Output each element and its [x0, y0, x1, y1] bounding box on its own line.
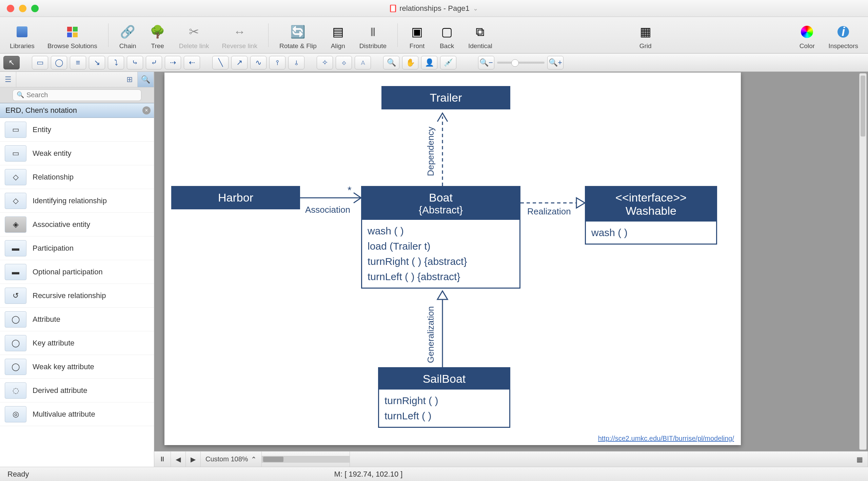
back-button[interactable]: ▢Back [434, 17, 460, 53]
tree-view-button[interactable]: ☰ [0, 72, 16, 87]
connector-tool-2[interactable]: ⤵ [108, 56, 124, 69]
library-item-label: Relationship [33, 173, 74, 182]
library-group-header[interactable]: ERD, Chen's notation × [0, 103, 154, 118]
svg-marker-3 [576, 198, 585, 208]
close-group-icon[interactable]: × [142, 106, 151, 114]
presentation-button[interactable]: ▦ [852, 452, 868, 467]
library-item[interactable]: ◈Associative entity [0, 213, 154, 236]
page-pause-button[interactable]: ⏸ [154, 452, 171, 467]
edit-tool-3[interactable]: ⟑ [355, 56, 371, 69]
uml-class-sailboat[interactable]: SailBoat turnRight ( )turnLeft ( ) [378, 367, 510, 428]
line-tool-1[interactable]: ╲ [212, 56, 229, 69]
zoom-in-button[interactable]: 🔍+ [547, 56, 564, 69]
library-item[interactable]: ▬Participation [0, 236, 154, 260]
page-prev-button[interactable]: ◀ [171, 452, 186, 467]
source-link[interactable]: http://sce2.umkc.edu/BIT/burrise/pl/mode… [598, 435, 734, 442]
connector-tool-3[interactable]: ⤷ [127, 56, 143, 69]
library-item[interactable]: ◎Multivalue attribute [0, 402, 154, 426]
label-association: Association [305, 205, 350, 215]
chain-button[interactable]: 🔗Chain [115, 17, 141, 53]
search-input[interactable] [13, 89, 141, 101]
line-tool-2[interactable]: ↗ [231, 56, 248, 69]
diagram-page[interactable]: Trailer Harbor Boat {Abstract} wash ( )l… [164, 72, 741, 445]
library-sidebar: ☰ ⊞ 🔍 ERD, Chen's notation × ▭Entity▭Wea… [0, 72, 154, 467]
library-item[interactable]: ▭Weak entity [0, 142, 154, 165]
library-item[interactable]: ◯Key attribute [0, 331, 154, 355]
eyedropper-tool[interactable]: 💉 [440, 56, 456, 69]
library-item-label: Weak entity [33, 149, 72, 158]
library-item[interactable]: ◇Relationship [0, 165, 154, 189]
library-item[interactable]: ◇Identifying relationship [0, 189, 154, 213]
zoom-out-button[interactable]: 🔍− [478, 56, 494, 69]
pan-tool[interactable]: ✋ [402, 56, 418, 69]
window-title[interactable]: relationships - Page1 ⌄ [390, 4, 478, 13]
library-thumb-icon: ◌ [5, 382, 26, 399]
uml-class-trailer[interactable]: Trailer [381, 86, 510, 109]
washable-operations: wash ( ) [586, 222, 716, 244]
minimize-window-button[interactable] [19, 5, 26, 12]
distribute-button[interactable]: ⫴Distribute [355, 17, 391, 53]
ellipse-tool[interactable]: ◯ [51, 56, 67, 69]
library-item-label: Key attribute [33, 339, 75, 348]
grid-view-button[interactable]: ⊞ [121, 72, 138, 87]
search-view-button[interactable]: 🔍 [138, 72, 154, 87]
connector-tool-6[interactable]: ⇠ [184, 56, 200, 69]
tree-button[interactable]: 🌳Tree [144, 17, 171, 53]
connector-tool-1[interactable]: ↘ [89, 56, 105, 69]
inspectors-button[interactable]: iInspectors [824, 17, 863, 53]
library-thumb-icon: ▭ [5, 122, 26, 138]
zoom-level[interactable]: Custom 108% ⌃ [201, 452, 262, 467]
rotate-flip-button[interactable]: 🔄Rotate & Flip [275, 17, 321, 53]
library-item[interactable]: ↺Recursive relationship [0, 284, 154, 308]
close-window-button[interactable] [7, 5, 14, 12]
libraries-button[interactable]: Libraries [5, 17, 39, 53]
text-tool[interactable]: ≡ [70, 56, 86, 69]
color-button[interactable]: Color [794, 17, 820, 53]
boat-title: Boat [369, 191, 513, 204]
label-generalization: Generalization [426, 306, 436, 363]
stamp-tool[interactable]: 👤 [421, 56, 437, 69]
library-thumb-icon: ◯ [5, 359, 26, 375]
connector-tool-5[interactable]: ⇢ [165, 56, 181, 69]
library-item[interactable]: ◯Weak key attribute [0, 355, 154, 379]
reverse-link-button[interactable]: ↔Reverse link [217, 17, 262, 53]
line-tool-3[interactable]: ∿ [250, 56, 267, 69]
library-item[interactable]: ◌Derived attribute [0, 379, 154, 402]
edit-tool-2[interactable]: ⟐ [336, 56, 352, 69]
svg-marker-5 [437, 291, 448, 299]
connector-tool-4[interactable]: ⤶ [146, 56, 162, 69]
delete-link-button[interactable]: ✂Delete link [174, 17, 214, 53]
label-realization: Realization [527, 206, 571, 217]
edit-tool-1[interactable]: ✧ [317, 56, 333, 69]
library-item[interactable]: ▭Entity [0, 118, 154, 142]
page-next-button[interactable]: ▶ [186, 452, 201, 467]
browse-solutions-button[interactable]: Browse Solutions [43, 17, 102, 53]
zoom-window-button[interactable] [31, 5, 39, 12]
library-item[interactable]: ▬Optional participation [0, 260, 154, 284]
library-item-label: Attribute [33, 315, 60, 324]
identical-button[interactable]: ⧉Identical [463, 17, 497, 53]
main-toolbar: Libraries Browse Solutions 🔗Chain 🌳Tree … [0, 17, 868, 54]
vertical-scrollbar[interactable] [859, 73, 867, 450]
pointer-tool[interactable]: ↖ [3, 56, 20, 69]
document-icon [390, 5, 396, 12]
library-thumb-icon: ◯ [5, 335, 26, 351]
front-button[interactable]: ▣Front [404, 17, 430, 53]
chevron-down-icon: ⌄ [473, 5, 478, 12]
sidebar-top-controls: ☰ ⊞ 🔍 [0, 72, 154, 87]
canvas-scroll[interactable]: Trailer Harbor Boat {Abstract} wash ( )l… [154, 72, 868, 451]
rect-tool[interactable]: ▭ [32, 56, 48, 69]
grid-button[interactable]: ▦Grid [632, 17, 659, 53]
library-search [0, 87, 154, 103]
uml-interface-washable[interactable]: <<interface>> Washable wash ( ) [585, 186, 717, 245]
label-dependency: Dependency [426, 127, 436, 176]
hscroll-area[interactable] [262, 452, 350, 467]
uml-class-boat[interactable]: Boat {Abstract} wash ( )load (Trailer t)… [361, 186, 520, 289]
line-tool-4[interactable]: ⫯ [269, 56, 285, 69]
line-tool-5[interactable]: ⫰ [288, 56, 304, 69]
align-button[interactable]: ▤Align [325, 17, 351, 53]
zoom-slider[interactable] [497, 62, 545, 64]
library-item[interactable]: ◯Attribute [0, 308, 154, 331]
uml-class-harbor[interactable]: Harbor [171, 186, 300, 209]
zoom-tool[interactable]: 🔍 [383, 56, 399, 69]
